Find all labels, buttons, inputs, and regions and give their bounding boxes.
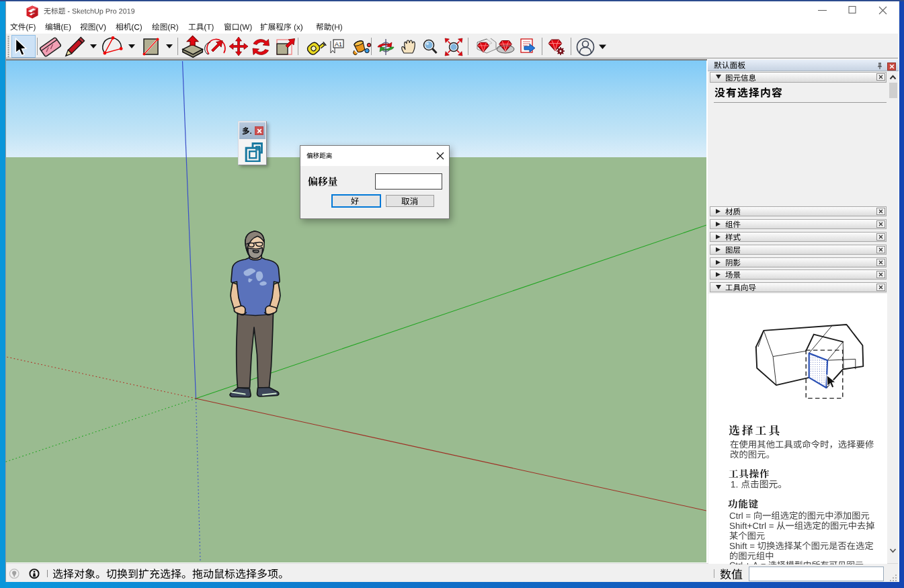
svg-text:A1: A1 — [335, 41, 342, 48]
